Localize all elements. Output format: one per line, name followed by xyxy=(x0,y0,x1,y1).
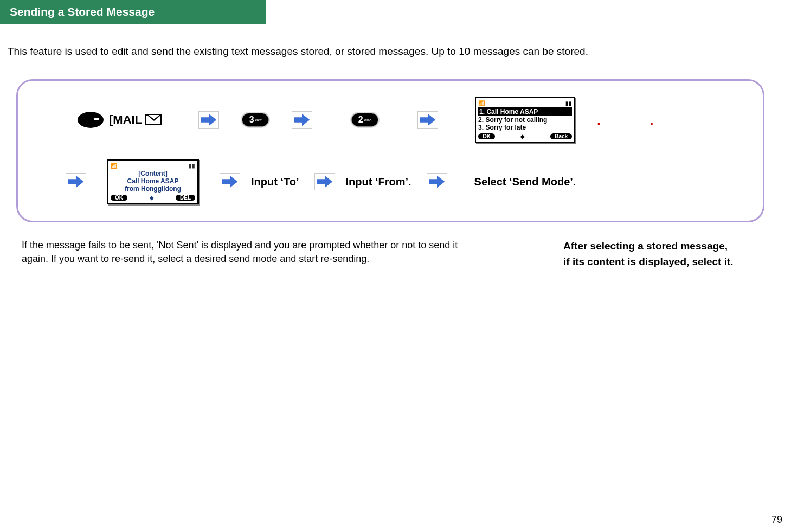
arrow-right-icon xyxy=(66,173,86,190)
arrow-right-icon xyxy=(314,173,335,190)
step-send-mode: Select ‘Send Mode’. xyxy=(474,176,576,188)
flow-row-2: [Content] Call Home ASAP from Honggildon… xyxy=(29,159,752,204)
flow-diagram: [MAIL 3def 2abc 1. Call Home ASAP 2. Sor… xyxy=(16,79,764,222)
footnote-right-line: if its content is displayed, select it. xyxy=(563,254,769,270)
footnote-right-line: After selecting a stored message, xyxy=(563,239,769,254)
page-number: 79 xyxy=(771,514,782,525)
content-line: from Honggildong xyxy=(111,185,195,193)
step-input-from: Input ‘From’. xyxy=(346,176,411,188)
footnote-left: If the message fails to be sent, 'Not Se… xyxy=(22,239,483,270)
intro-paragraph: This feature is used to edit and send th… xyxy=(8,46,791,57)
signal-icon xyxy=(478,100,485,106)
nav-indicator-icon: ◆ xyxy=(520,133,525,139)
svg-marker-5 xyxy=(317,176,332,188)
list-item: 2. Sorry for not calling xyxy=(478,116,572,124)
flow-row-1: [MAIL 3def 2abc 1. Call Home ASAP 2. Sor… xyxy=(29,97,752,143)
stored-list-screen: 1. Call Home ASAP 2. Sorry for not calli… xyxy=(475,97,575,143)
battery-icon xyxy=(189,163,195,169)
keypad-2-icon: 2abc xyxy=(351,113,378,127)
keypad-3-icon: 3def xyxy=(242,113,269,127)
content-line: Call Home ASAP xyxy=(111,177,195,185)
arrow-right-icon xyxy=(417,111,438,129)
svg-marker-3 xyxy=(68,176,84,188)
svg-marker-4 xyxy=(222,176,238,188)
softkey-ok: OK xyxy=(478,133,495,139)
arrow-right-icon xyxy=(292,111,312,129)
header-title: Sending a Stored Message xyxy=(10,5,155,18)
list-item: 3. Sorry for late xyxy=(478,124,572,131)
content-screen: [Content] Call Home ASAP from Honggildon… xyxy=(107,159,199,204)
side-key-icon xyxy=(78,112,104,128)
nav-indicator-icon: ◆ xyxy=(150,195,154,201)
svg-marker-2 xyxy=(420,114,436,126)
red-dot: . xyxy=(597,112,601,129)
softkey-ok: OK xyxy=(111,195,127,201)
footnotes: If the message fails to be sent, 'Not Se… xyxy=(0,239,791,270)
battery-icon xyxy=(565,100,572,106)
svg-marker-6 xyxy=(429,176,445,188)
svg-marker-0 xyxy=(201,114,217,126)
list-item-selected: 1. Call Home ASAP xyxy=(478,107,572,116)
softkey-del: DEL xyxy=(176,195,195,201)
step-input-to: Input ‘To’ xyxy=(251,176,299,188)
content-title: [Content] xyxy=(111,170,195,177)
footnote-right: After selecting a stored message, if its… xyxy=(563,239,769,270)
mail-envelope-icon xyxy=(145,114,162,125)
signal-icon xyxy=(111,163,117,169)
section-header: Sending a Stored Message xyxy=(0,0,266,24)
arrow-right-icon xyxy=(220,173,240,190)
red-dot: . xyxy=(649,112,653,129)
mail-label: [MAIL xyxy=(109,113,142,127)
arrow-right-icon xyxy=(198,111,219,129)
softkey-back: Back xyxy=(550,133,572,139)
svg-marker-1 xyxy=(294,114,310,126)
arrow-right-icon xyxy=(427,173,447,190)
